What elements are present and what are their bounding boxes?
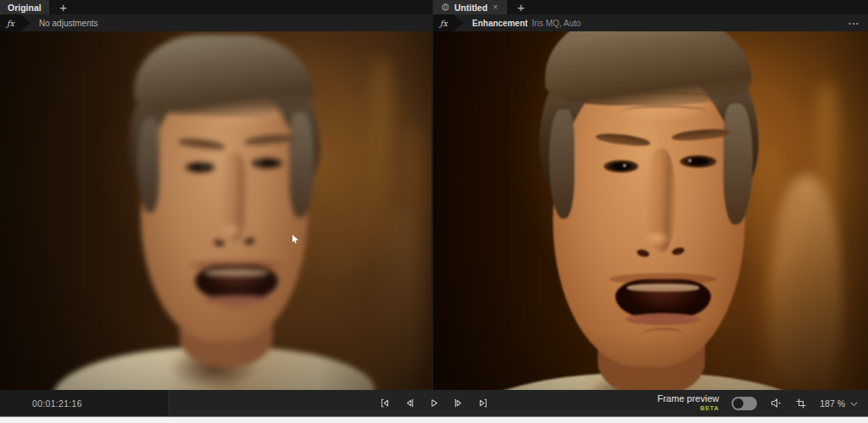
beta-badge: BETA: [700, 405, 719, 412]
viewer-controls: Frame preview BETA 187 %: [657, 390, 858, 416]
tabbar-original: Original +: [0, 0, 431, 14]
zoom-level-control[interactable]: 187 %: [820, 397, 858, 409]
eye-left: [604, 160, 638, 173]
playback-bar: 00:01:21:16 Frame preview BETA: [0, 390, 868, 416]
project-icon: [441, 0, 450, 15]
lower-lip: [625, 313, 701, 325]
frame-preview-label: Frame preview: [657, 394, 719, 404]
sideburn-right: [289, 113, 314, 218]
timecode-section: 00:01:21:16: [0, 390, 170, 416]
subject-portrait: [0, 31, 431, 390]
step-back-button[interactable]: [404, 398, 415, 409]
frame-preview-control: Frame preview BETA: [657, 394, 719, 412]
video-enhancement-app: Original + ƒx No adjustments: [0, 0, 868, 423]
tab-untitled-label: Untitled: [454, 3, 487, 13]
eye-glint: [623, 164, 626, 166]
video-canvas-enhanced[interactable]: [433, 31, 868, 390]
eye-right: [251, 158, 283, 169]
window-bottom-edge: [0, 416, 868, 423]
crop-icon[interactable]: [795, 398, 807, 409]
toggle-knob: [733, 398, 743, 409]
frame-preview-toggle[interactable]: [732, 397, 757, 410]
lower-lip: [203, 295, 270, 305]
close-tab-icon[interactable]: ×: [492, 3, 498, 12]
eye-glint: [202, 165, 204, 168]
timecode: 00:01:21:16: [32, 398, 82, 409]
skip-to-end-button[interactable]: [478, 398, 489, 409]
subject-portrait: [433, 31, 868, 390]
panel-original: Original + ƒx No adjustments: [0, 0, 431, 390]
zoom-level: 187 %: [820, 398, 845, 409]
new-tab-button[interactable]: +: [507, 0, 536, 14]
eye-glint: [259, 161, 261, 164]
mouth-open: [195, 265, 278, 299]
chin-crease: [219, 308, 254, 318]
eye-right: [680, 155, 717, 168]
video-canvas-original[interactable]: [0, 31, 431, 390]
adjustments-status: No adjustments: [39, 19, 97, 28]
tab-untitled[interactable]: Untitled ×: [433, 0, 507, 14]
head: [129, 35, 320, 357]
nose-tip: [644, 231, 670, 246]
video-frame-enhanced: [433, 31, 868, 390]
fx-glyph: ƒx: [7, 19, 14, 28]
speaker-icon[interactable]: [770, 397, 782, 409]
skip-to-start-button[interactable]: [380, 398, 391, 409]
forehead-wrinkle: [200, 114, 275, 125]
toolbar-enhanced: ƒx Enhancement Iris MQ, Auto •••: [433, 14, 868, 31]
teeth: [627, 284, 699, 292]
teeth: [205, 270, 268, 276]
fx-icon[interactable]: ƒx: [433, 14, 464, 31]
mouth-open: [615, 279, 711, 318]
chin-crease: [643, 328, 683, 340]
sideburn-left: [137, 118, 159, 213]
toolbar-original: ƒx No adjustments: [0, 14, 431, 31]
effect-name: Enhancement: [472, 19, 528, 28]
step-forward-button[interactable]: [453, 398, 465, 409]
hair-front: [545, 31, 752, 105]
video-frame-original: [0, 31, 431, 390]
eye-left: [185, 162, 215, 173]
chevron-down-icon: [850, 397, 858, 409]
hair-front: [134, 35, 314, 114]
fx-glyph: ƒx: [440, 19, 448, 28]
eye-glint: [688, 159, 691, 162]
play-button[interactable]: [429, 398, 440, 409]
overflow-menu-icon[interactable]: •••: [849, 14, 860, 31]
effect-params: Iris MQ, Auto: [532, 19, 581, 28]
tab-original-label: Original: [8, 3, 42, 13]
panel-enhanced: Untitled × + ƒx Enhancement Iris MQ, Aut…: [433, 0, 868, 390]
compare-workspace: Original + ƒx No adjustments: [0, 0, 868, 390]
sideburn-left: [549, 109, 575, 219]
fx-icon[interactable]: ƒx: [0, 14, 31, 31]
tabbar-enhanced: Untitled × +: [433, 0, 868, 14]
sideburn-right: [724, 103, 754, 225]
nose-tip: [220, 223, 242, 237]
new-tab-button[interactable]: +: [49, 0, 78, 14]
forehead-wrinkle: [621, 105, 707, 117]
head: [539, 31, 759, 384]
tab-original[interactable]: Original: [0, 0, 49, 14]
transport-controls: [380, 390, 489, 416]
